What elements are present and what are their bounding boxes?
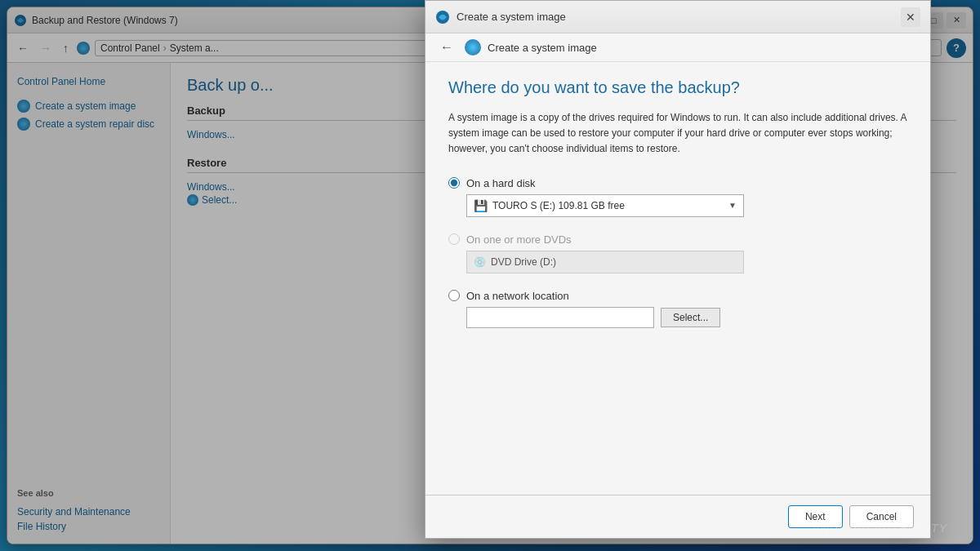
dvd-drive-row: 💿 DVD Drive (D:)	[466, 251, 744, 273]
dialog-title: Create a system image	[457, 11, 901, 23]
radio-label-network[interactable]: On a network location	[448, 290, 907, 302]
radio-text-network: On a network location	[466, 290, 569, 302]
drive-select-value: TOURO S (E:) 109.81 GB free	[492, 200, 625, 211]
radio-option-network: On a network location Select...	[448, 290, 907, 328]
next-button[interactable]: Next	[788, 505, 843, 528]
dvd-drive-label: DVD Drive (D:)	[491, 256, 556, 268]
network-row: Select...	[466, 307, 907, 328]
dialog: Create a system image ✕ ← Create a syste…	[425, 0, 931, 539]
dialog-app-icon	[435, 10, 450, 24]
dialog-description: A system image is a copy of the drives r…	[448, 110, 907, 158]
dialog-heading: Where do you want to save the backup?	[448, 78, 907, 97]
radio-text-dvd: On one or more DVDs	[466, 233, 572, 246]
dialog-nav: ← Create a system image	[425, 33, 930, 62]
drive-icon: 💾	[474, 199, 488, 212]
dropdown-arrow-icon: ▼	[728, 201, 737, 210]
radio-option-hard-disk: On a hard disk 💾 TOURO S (E:) 109.81 GB …	[448, 177, 907, 217]
radio-input-hard-disk[interactable]	[448, 177, 460, 189]
radio-option-dvd: On one or more DVDs 💿 DVD Drive (D:)	[448, 233, 907, 273]
modal-overlay: Create a system image ✕ ← Create a syste…	[0, 0, 980, 551]
dialog-nav-title: Create a system image	[488, 42, 597, 54]
radio-input-dvd[interactable]	[448, 233, 460, 245]
dialog-nav-icon	[465, 39, 481, 56]
network-location-input[interactable]	[466, 307, 654, 328]
select-location-button[interactable]: Select...	[661, 308, 720, 327]
dvd-icon: 💿	[474, 256, 486, 268]
dialog-title-bar: Create a system image ✕	[425, 1, 930, 33]
radio-text-hard-disk: On a hard disk	[466, 177, 536, 189]
dialog-body: Where do you want to save the backup? A …	[425, 62, 930, 495]
radio-input-network[interactable]	[448, 290, 460, 301]
drive-select-content: 💾 TOURO S (E:) 109.81 GB free	[474, 199, 728, 212]
dialog-close-button[interactable]: ✕	[901, 7, 920, 27]
radio-label-dvd[interactable]: On one or more DVDs	[448, 233, 907, 246]
dialog-back-button[interactable]: ←	[435, 38, 458, 56]
dialog-footer: Next Cancel	[425, 495, 930, 538]
cancel-button[interactable]: Cancel	[849, 505, 914, 528]
radio-label-hard-disk[interactable]: On a hard disk	[448, 177, 907, 189]
drive-select-dropdown[interactable]: 💾 TOURO S (E:) 109.81 GB free ▼	[466, 194, 744, 217]
